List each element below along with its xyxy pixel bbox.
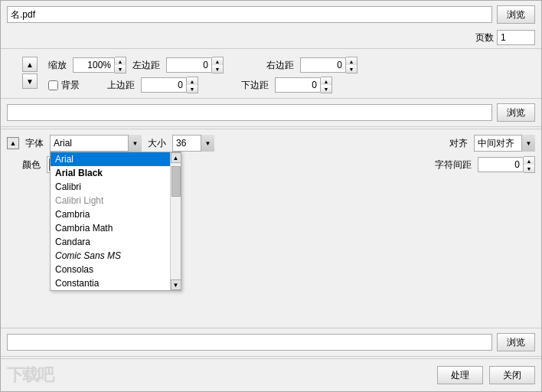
scroll-thumb — [171, 166, 181, 197]
scale-input[interactable] — [73, 57, 115, 73]
page-count-row: 页数 — [1, 28, 541, 47]
font-expand-button[interactable]: ▲ — [7, 137, 19, 149]
watermark: 下载吧 — [7, 364, 53, 387]
spacing-up-button[interactable]: ▲ — [524, 157, 534, 165]
left-margin-down-button[interactable]: ▼ — [212, 65, 223, 73]
left-margin-up-button[interactable]: ▲ — [212, 57, 223, 65]
bottom-margin-label: 下边距 — [241, 79, 269, 92]
up-step-button[interactable]: ▲ — [22, 57, 38, 72]
font-family-input[interactable] — [50, 135, 142, 152]
background-checkbox[interactable] — [48, 80, 58, 90]
down-step-button[interactable]: ▼ — [22, 74, 38, 89]
font-option-arial[interactable]: Arial — [51, 152, 171, 166]
scale-down-button[interactable]: ▼ — [115, 65, 126, 73]
left-margin-label: 左边距 — [132, 59, 160, 72]
font-option-arial-black[interactable]: Arial Black — [51, 166, 171, 180]
output-path-input[interactable] — [7, 334, 492, 351]
browse2-button[interactable]: 浏览 — [497, 103, 535, 122]
bottom-margin-up-button[interactable]: ▲ — [321, 77, 331, 85]
right-margin-label: 右边距 — [266, 59, 294, 72]
scroll-up-button[interactable]: ▲ — [171, 152, 181, 163]
file-browse-button[interactable]: 浏览 — [497, 5, 535, 24]
file-row: 浏览 — [1, 1, 541, 28]
font-size-input[interactable] — [172, 135, 214, 152]
font-option-comic-sans[interactable]: Comic Sans MS — [51, 249, 171, 263]
scroll-down-button[interactable]: ▼ — [171, 279, 181, 290]
main-window: 浏览 页数 ▲ ▼ 缩放 ▲ ▼ — [0, 0, 542, 392]
font-option-cambria-math[interactable]: Cambria Math — [51, 221, 171, 235]
top-margin-input[interactable] — [141, 77, 187, 93]
font-dropdown-list: Arial Arial Black Calibri Calibri Light … — [50, 152, 181, 291]
expand-icon: ▲ — [10, 139, 17, 147]
align-wrapper: 中间对齐 左对齐 右对齐 ▼ — [474, 135, 535, 152]
font-option-calibri[interactable]: Calibri — [51, 180, 171, 194]
right-margin-spinner: ▲ ▼ — [300, 57, 358, 74]
top-margin-spinner: ▲ ▼ — [141, 77, 198, 93]
right-margin-down-button[interactable]: ▼ — [346, 65, 357, 73]
font-option-candara[interactable]: Candara — [51, 235, 171, 249]
font-option-consolas[interactable]: Consolas — [51, 263, 171, 276]
background-checkbox-label[interactable]: 背景 — [48, 79, 80, 92]
font-option-constantia[interactable]: Constantia — [51, 276, 171, 290]
action-row: 下载吧 处理 关闭 — [1, 358, 541, 391]
left-margin-input[interactable] — [166, 57, 212, 73]
color-label: 颜色 — [22, 158, 41, 172]
file-path-input[interactable] — [7, 6, 492, 23]
down-arrow-icon: ▼ — [26, 77, 34, 86]
font-size-wrapper: ▼ — [172, 135, 214, 152]
align-label: 对齐 — [449, 137, 468, 150]
right-margin-up-button[interactable]: ▲ — [346, 57, 357, 65]
scale-up-button[interactable]: ▲ — [115, 57, 126, 65]
background-label: 背景 — [61, 79, 80, 92]
font-size-label: 大小 — [148, 137, 166, 150]
font-label: 字体 — [25, 137, 44, 150]
spacing-spinner: ▲ ▼ — [478, 156, 535, 173]
process-button[interactable]: 处理 — [437, 366, 483, 384]
up-arrow-icon: ▲ — [26, 60, 34, 69]
page-count-input[interactable] — [497, 30, 535, 45]
output-row: 浏览 — [1, 330, 541, 354]
bottom-margin-input[interactable] — [275, 77, 321, 93]
page-label: 页数 — [475, 31, 494, 44]
spacing-label: 字符间距 — [435, 158, 472, 172]
bottom-margin-spinner: ▲ ▼ — [275, 77, 332, 93]
top-margin-up-button[interactable]: ▲ — [187, 77, 198, 85]
font-section: ▲ 字体 ▼ Arial Arial Black Calibri Calibri… — [1, 129, 541, 178]
close-button[interactable]: 关闭 — [489, 366, 535, 384]
right-margin-input[interactable] — [300, 57, 346, 73]
output-browse-button[interactable]: 浏览 — [497, 333, 535, 351]
font-family-wrapper: ▼ Arial Arial Black Calibri Calibri Ligh… — [50, 135, 142, 152]
scale-label: 缩放 — [48, 59, 67, 72]
top-margin-down-button[interactable]: ▼ — [187, 85, 198, 93]
font-dropdown-scrollbar: ▲ ▼ — [170, 152, 181, 290]
spacing-down-button[interactable]: ▼ — [524, 165, 534, 172]
font-option-cambria[interactable]: Cambria — [51, 207, 171, 221]
font-option-calibri-light[interactable]: Calibri Light — [51, 194, 171, 207]
bottom-margin-down-button[interactable]: ▼ — [321, 85, 331, 93]
spacing-input[interactable] — [478, 157, 524, 172]
top-margin-label: 上边距 — [107, 79, 135, 92]
left-margin-spinner: ▲ ▼ — [166, 57, 224, 74]
bottom-section: 浏览 下载吧 处理 关闭 — [1, 326, 541, 391]
align-select[interactable]: 中间对齐 左对齐 右对齐 — [474, 135, 535, 152]
scale-spinner: ▲ ▼ — [73, 57, 126, 74]
